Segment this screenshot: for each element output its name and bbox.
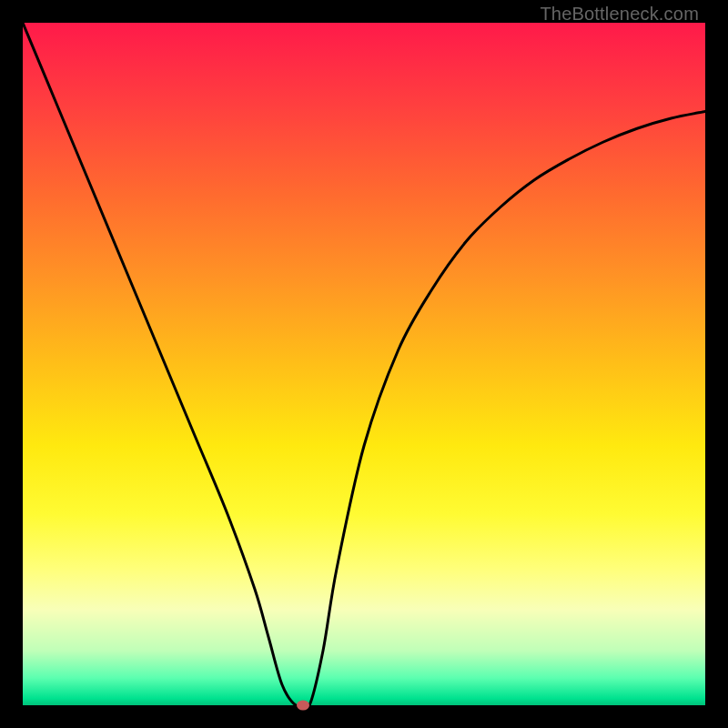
chart-svg (23, 23, 705, 705)
watermark-text: TheBottleneck.com (540, 4, 699, 25)
chart-container: TheBottleneck.com (0, 0, 728, 728)
bottleneck-curve (23, 23, 705, 705)
optimal-point-marker (297, 701, 309, 711)
plot-area (23, 23, 705, 705)
